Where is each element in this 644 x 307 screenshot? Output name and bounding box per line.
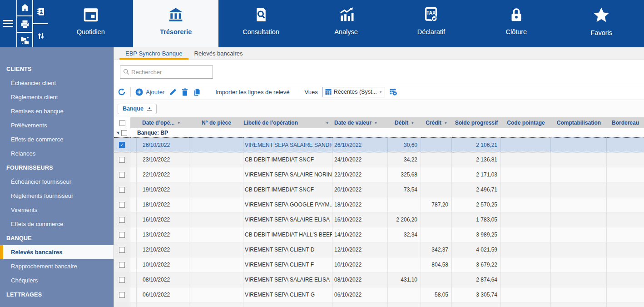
nav-item-analyse[interactable]: Analyse	[303, 0, 388, 47]
group-by-banque-button[interactable]: Banque ▲	[118, 104, 157, 114]
sidebar-item-remises-en-banque[interactable]: Remises en banque	[0, 104, 114, 118]
table-row[interactable]: ✓ 26/10/2022 VIREMENT SEPA SALAIRE SANDR…	[114, 137, 644, 152]
group-expander-icon[interactable]: ◥	[114, 131, 121, 135]
delete-button[interactable]	[181, 88, 188, 96]
file-transfer-button[interactable]	[17, 33, 32, 47]
row-select-cell[interactable]	[114, 152, 130, 167]
row-select-cell[interactable]	[114, 227, 130, 242]
table-row[interactable]: 18/10/2022 VIREMENT SEPA GOOGLE PAYM... …	[114, 197, 644, 212]
row-checkbox[interactable]	[119, 277, 125, 283]
table-row[interactable]: 19/10/2022 CB DEBIT IMMEDIAT SNCF 20/10/…	[114, 182, 644, 197]
edit-button[interactable]	[169, 88, 177, 96]
nav-item-declaratif[interactable]: TAX Déclaratif	[389, 0, 474, 47]
group-checkbox[interactable]	[121, 130, 127, 136]
select-all-checkbox[interactable]	[119, 120, 125, 126]
cell-code-pointage	[501, 257, 551, 272]
home-button[interactable]	[17, 0, 32, 15]
filter-caret-icon[interactable]: ▼	[326, 121, 332, 125]
nav-label: Favoris	[590, 29, 612, 36]
column-header-comptabilisation[interactable]: Comptabilisation	[551, 117, 607, 128]
refresh-button[interactable]	[118, 88, 126, 96]
sidebar-item-relances[interactable]: Relances	[0, 146, 114, 161]
row-select-cell[interactable]	[114, 257, 130, 272]
import-lines-button[interactable]: Importer les lignes de relevé	[210, 89, 295, 96]
table-row[interactable]: 10/10/2022 VIREMENT SEPA CLIENT F 10/10/…	[114, 257, 644, 272]
print-button[interactable]	[17, 16, 32, 32]
sidebar-item-echeancier-fournisseur[interactable]: Échéancier fournisseur	[0, 175, 114, 189]
menu-button[interactable]	[0, 0, 16, 47]
column-header-date-operation[interactable]: Date d’opé...▼	[137, 117, 189, 128]
sidebar-item-echeancier-client[interactable]: Échéancier client	[0, 76, 114, 90]
row-select-cell[interactable]	[114, 197, 130, 212]
column-header-credit[interactable]: Crédit▼	[421, 117, 452, 128]
nav-item-consultation[interactable]: Consultation	[218, 0, 303, 47]
sidebar-item-prelevements[interactable]: Prélèvements	[0, 118, 114, 132]
sidebar-item-reglements-client[interactable]: Règlements client	[0, 90, 114, 104]
row-checkbox[interactable]	[119, 157, 125, 163]
table-row[interactable]: 16/10/2022 VIREMENT SEPA SALAIRE ELISA 1…	[114, 212, 644, 227]
sidebar-item-effets-de-commerce-client[interactable]: Effets de commerce	[0, 132, 114, 146]
table-row[interactable]: 23/10/2022 CB DEBIT IMMEDIAT SNCF 24/10/…	[114, 152, 644, 167]
nav-item-quotidien[interactable]: Quotidien	[48, 0, 133, 47]
row-select-cell[interactable]	[114, 287, 130, 302]
row-select-cell[interactable]	[114, 242, 130, 257]
row-checkbox[interactable]	[119, 247, 125, 253]
table-row[interactable]: 08/10/2022 VIREMENT SEPA SALAIRE ELISA 0…	[114, 272, 644, 287]
cell-comptabilisation	[551, 242, 607, 257]
table-row[interactable]: 06/10/2022 VIREMENT SEPA CLIENT G 06/10/…	[114, 287, 644, 302]
table-row[interactable]: 12/10/2022 VIREMENT SEPA CLIENT D 12/10/…	[114, 242, 644, 257]
row-checkbox[interactable]	[119, 262, 125, 268]
column-header-libelle[interactable]: Libellé de l’opération▼	[243, 117, 332, 128]
filter-caret-icon[interactable]: ▼	[411, 121, 414, 125]
row-expander-cell	[130, 152, 137, 167]
row-select-cell[interactable]	[114, 272, 130, 287]
row-checkbox[interactable]	[119, 202, 125, 208]
filter-caret-icon[interactable]: ▼	[374, 121, 377, 125]
column-header-date-valeur[interactable]: Date de valeur▼	[332, 117, 388, 128]
column-header-solde-progressif[interactable]: Solde progressif	[452, 117, 501, 128]
row-checkbox[interactable]	[119, 292, 125, 298]
tab-ebp-synchro-banque[interactable]: EBP Synchro Banque	[119, 47, 188, 60]
cell-date-operation: 19/10/2022	[137, 182, 189, 197]
row-checkbox[interactable]	[119, 187, 125, 193]
filter-caret-icon[interactable]: ▼	[177, 121, 180, 125]
search-input[interactable]	[131, 69, 211, 75]
row-checkbox[interactable]	[119, 217, 125, 223]
sidebar-item-virements[interactable]: Virements	[0, 203, 114, 217]
column-header-debit[interactable]: Débit▼	[388, 117, 421, 128]
views-settings-button[interactable]	[390, 88, 397, 96]
sidebar-item-releves-bancaires[interactable]: Relevés bancaires	[0, 245, 114, 259]
duplicate-button[interactable]	[193, 88, 200, 96]
row-select-cell[interactable]	[114, 182, 130, 197]
sort-transfer-button[interactable]	[33, 24, 48, 47]
column-header-bordereau[interactable]: Bordereau	[607, 117, 644, 128]
select-all-cell[interactable]	[114, 117, 130, 128]
main-navigation: Quotidien Trésorerie Consultation Analys…	[48, 0, 644, 47]
cell-solde-progressif: 3 989,25	[452, 227, 501, 242]
cell-date-operation: 16/10/2022	[137, 212, 189, 227]
sidebar-item-chequiers[interactable]: Chéquiers	[0, 273, 114, 287]
nav-item-tresorerie[interactable]: Trésorerie	[133, 0, 218, 47]
filter-caret-icon[interactable]: ▼	[444, 121, 447, 125]
row-select-cell[interactable]: ✓	[114, 137, 130, 152]
tab-releves-bancaires[interactable]: Relevés bancaires	[188, 47, 249, 60]
sidebar-item-effets-de-commerce-fournisseur[interactable]: Effets de commerce	[0, 217, 114, 231]
add-button[interactable]: Ajouter	[135, 88, 164, 96]
sidebar-item-reglements-fournisseur[interactable]: Règlements fournisseur	[0, 189, 114, 203]
row-select-cell[interactable]	[114, 212, 130, 227]
sidebar-item-rapprochement-bancaire[interactable]: Rapprochement bancaire	[0, 259, 114, 273]
search-box[interactable]	[120, 65, 213, 79]
column-header-code-pointage[interactable]: Code pointage	[501, 117, 551, 128]
row-checkbox[interactable]	[119, 172, 125, 178]
nav-item-favoris[interactable]: Favoris	[559, 0, 644, 47]
table-row[interactable]: 22/10/2022 VIREMENT SEPA SALAIRE NORINE …	[114, 167, 644, 182]
column-header-numero-piece[interactable]: N° de pièce	[189, 117, 243, 128]
group-row-banque-bp[interactable]: ◥ Banque: BP	[114, 128, 644, 137]
contacts-button[interactable]	[33, 0, 48, 23]
table-row[interactable]: 13/10/2022 CB DEBIT IMMEDIAT HALL'S BEER…	[114, 227, 644, 242]
views-dropdown[interactable]: Récentes (Syst... ▼	[322, 87, 385, 97]
row-checkbox-checked[interactable]: ✓	[119, 142, 125, 148]
row-checkbox[interactable]	[119, 232, 125, 238]
nav-item-cloture[interactable]: Clôture	[474, 0, 559, 47]
row-select-cell[interactable]	[114, 167, 130, 182]
